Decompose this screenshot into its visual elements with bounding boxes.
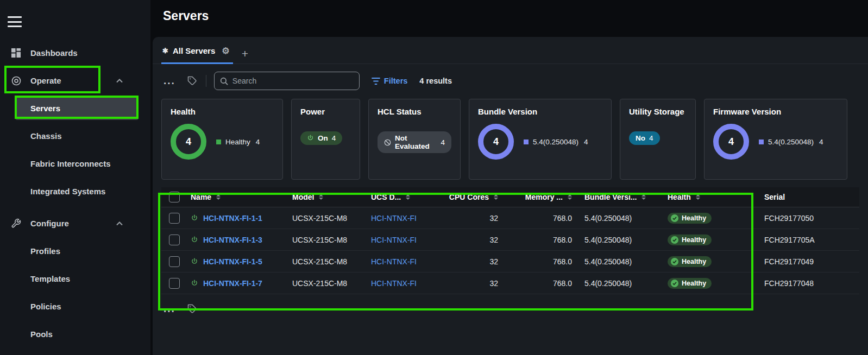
sidebar-item-label: Fabric Interconnects bbox=[30, 159, 111, 168]
add-view-button[interactable]: + bbox=[242, 48, 248, 59]
sort-icon[interactable] bbox=[494, 194, 498, 200]
server-name-link[interactable]: HCI-NTNX-FI-1-5 bbox=[203, 257, 262, 266]
card-health[interactable]: Health 4 Healthy 4 bbox=[161, 99, 283, 180]
chevron-up-icon[interactable] bbox=[116, 78, 123, 83]
sidebar-item-chassis[interactable]: Chassis bbox=[0, 122, 150, 150]
filter-funnel-icon bbox=[372, 77, 380, 85]
sort-icon[interactable] bbox=[568, 194, 572, 200]
bundle-version-cell: 5.4(0.250048) bbox=[576, 214, 668, 223]
ucs-domain-link[interactable]: HCI-NTNX-FI bbox=[371, 214, 417, 223]
table-row[interactable]: HCI-NTNX-FI-1-3 UCSX-215C-M8 HCI-NTNX-FI… bbox=[161, 229, 859, 251]
legend-swatch bbox=[524, 140, 529, 144]
legend-swatch bbox=[759, 140, 764, 144]
table-row[interactable]: HCI-NTNX-FI-1-1 UCSX-215C-M8 HCI-NTNX-FI… bbox=[161, 207, 859, 229]
model-cell: UCSX-215C-M8 bbox=[292, 257, 371, 266]
sidebar-item-dashboards[interactable]: Dashboards bbox=[0, 39, 150, 67]
power-status-icon bbox=[191, 236, 198, 244]
row-checkbox[interactable] bbox=[169, 278, 180, 289]
power-on-badge: On 4 bbox=[300, 131, 342, 145]
dashboards-icon bbox=[11, 48, 24, 58]
view-tabbar: ✱ All Servers ⚙ + bbox=[153, 37, 868, 64]
sidebar-item-integrated-systems[interactable]: Integrated Systems bbox=[0, 178, 150, 205]
card-firmware-version[interactable]: Firmware Version 4 5.4(0.250048) 4 bbox=[704, 99, 847, 180]
legend-swatch bbox=[216, 140, 221, 144]
card-power[interactable]: Power On 4 bbox=[291, 99, 360, 180]
configure-wrench-icon bbox=[11, 218, 24, 229]
card-utility-storage[interactable]: Utility Storage No 4 bbox=[620, 99, 696, 180]
serial-cell: FCH2917705A bbox=[756, 236, 859, 244]
table-toolbar: ... Filters 4 results bbox=[153, 64, 868, 94]
select-all-checkbox[interactable] bbox=[169, 192, 180, 202]
card-bundle-version[interactable]: Bundle Version 4 5.4(0.250048) 4 bbox=[469, 99, 612, 180]
search-icon bbox=[220, 77, 228, 85]
memory-cell: 768.0 bbox=[502, 214, 576, 223]
card-hcl-status[interactable]: HCL Status Not Evaluated 4 bbox=[368, 99, 461, 180]
column-header-cpu-cores[interactable]: CPU Cores bbox=[432, 193, 502, 201]
card-title: Utility Storage bbox=[629, 107, 687, 116]
row-checkbox[interactable] bbox=[169, 256, 180, 267]
memory-cell: 768.0 bbox=[502, 279, 576, 288]
ucs-domain-link[interactable]: HCI-NTNX-FI bbox=[371, 257, 417, 266]
gear-icon[interactable]: ⚙ bbox=[222, 46, 229, 56]
card-title: Firmware Version bbox=[713, 107, 838, 116]
table-row[interactable]: HCI-NTNX-FI-1-7 UCSX-215C-M8 HCI-NTNX-FI… bbox=[161, 272, 859, 294]
health-legend: Healthy 4 bbox=[216, 138, 260, 146]
app-root: Dashboards Operate Servers Chassis Fabri… bbox=[0, 0, 868, 355]
tag-icon[interactable] bbox=[187, 76, 197, 86]
tab-label: All Servers bbox=[173, 46, 215, 55]
bundle-version-cell: 5.4(0.250048) bbox=[576, 236, 668, 244]
column-header-health[interactable]: Health bbox=[668, 193, 756, 201]
sidebar-item-label: Integrated Systems bbox=[30, 187, 105, 196]
table-header-row: Name Model UCS D... CPU Cores Memory ...… bbox=[161, 187, 859, 207]
sidebar-item-label: Templates bbox=[30, 274, 70, 283]
sidebar-item-templates[interactable]: Templates bbox=[0, 265, 150, 293]
sidebar-item-policies[interactable]: Policies bbox=[0, 293, 150, 320]
chevron-up-icon[interactable] bbox=[116, 221, 123, 226]
row-checkbox[interactable] bbox=[169, 213, 180, 224]
column-header-ucs-domain[interactable]: UCS D... bbox=[371, 193, 432, 201]
more-actions-button[interactable]: ... bbox=[161, 75, 178, 87]
column-header-memory[interactable]: Memory ... bbox=[502, 193, 576, 201]
server-name-link[interactable]: HCI-NTNX-FI-1-1 bbox=[203, 214, 262, 223]
sidebar-item-pools[interactable]: Pools bbox=[0, 320, 150, 348]
sidebar-item-profiles[interactable]: Profiles bbox=[0, 237, 150, 265]
sidebar-item-operate[interactable]: Operate bbox=[0, 67, 150, 94]
memory-cell: 768.0 bbox=[502, 236, 576, 244]
table-row[interactable]: HCI-NTNX-FI-1-5 UCSX-215C-M8 HCI-NTNX-FI… bbox=[161, 251, 859, 272]
more-actions-button[interactable]: ... bbox=[161, 303, 178, 315]
sidebar-item-configure[interactable]: Configure bbox=[0, 210, 150, 237]
health-donut-chart: 4 bbox=[171, 124, 206, 160]
hamburger-menu-icon[interactable] bbox=[8, 16, 22, 27]
sort-icon[interactable] bbox=[319, 194, 323, 200]
ucs-domain-link[interactable]: HCI-NTNX-FI bbox=[371, 279, 417, 288]
sidebar-item-servers[interactable]: Servers bbox=[0, 94, 150, 122]
ucs-domain-link[interactable]: HCI-NTNX-FI bbox=[371, 236, 417, 244]
column-header-bundle-version[interactable]: Bundle Versi... bbox=[576, 193, 668, 201]
column-header-serial[interactable]: Serial bbox=[756, 193, 859, 201]
power-status-icon bbox=[191, 280, 198, 287]
server-name-link[interactable]: HCI-NTNX-FI-1-7 bbox=[203, 279, 262, 288]
sort-icon[interactable] bbox=[641, 194, 646, 200]
memory-cell: 768.0 bbox=[502, 257, 576, 266]
sidebar-item-fabric-interconnects[interactable]: Fabric Interconnects bbox=[0, 150, 150, 178]
not-evaluated-badge: Not Evaluated 4 bbox=[378, 131, 451, 153]
sidebar: Dashboards Operate Servers Chassis Fabri… bbox=[0, 0, 150, 355]
page-title: Servers bbox=[163, 9, 209, 23]
tab-all-servers[interactable]: ✱ All Servers ⚙ bbox=[161, 46, 233, 64]
search-input[interactable] bbox=[232, 77, 354, 85]
search-box bbox=[214, 72, 360, 90]
filters-label: Filters bbox=[384, 77, 408, 85]
sort-icon[interactable] bbox=[406, 194, 410, 200]
sort-icon[interactable] bbox=[696, 194, 700, 200]
servers-table: Name Model UCS D... CPU Cores Memory ...… bbox=[161, 187, 859, 294]
sidebar-item-label: Pools bbox=[30, 329, 53, 339]
column-header-name[interactable]: Name bbox=[191, 193, 292, 201]
power-icon bbox=[307, 135, 314, 142]
sort-icon[interactable] bbox=[216, 194, 221, 200]
filters-button[interactable]: Filters bbox=[372, 77, 408, 85]
server-name-link[interactable]: HCI-NTNX-FI-1-3 bbox=[203, 236, 262, 244]
firmware-version-legend: 5.4(0.250048) 4 bbox=[759, 138, 823, 146]
row-checkbox[interactable] bbox=[169, 234, 180, 245]
column-header-model[interactable]: Model bbox=[292, 193, 371, 201]
tag-icon[interactable] bbox=[187, 304, 197, 314]
